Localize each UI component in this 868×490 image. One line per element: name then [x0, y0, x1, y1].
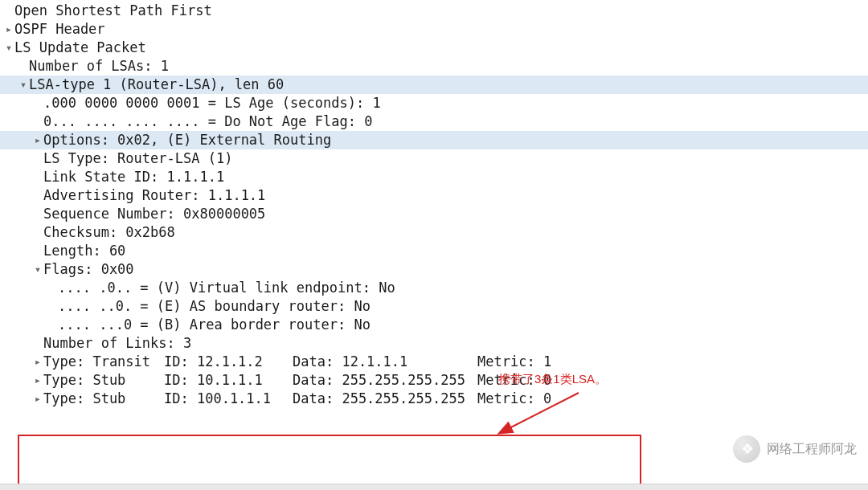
options-row[interactable]: ▸ Options: 0x02, (E) External Routing — [0, 131, 868, 149]
nlinks: Number of Links: 3 — [43, 334, 191, 353]
link-data: Data: 255.255.255.255 — [293, 371, 477, 390]
ospf-header-label: OSPF Header — [14, 20, 105, 39]
dna-row[interactable]: ▸ 0... .... .... .... = Do Not Age Flag:… — [0, 112, 868, 131]
ls-type-row[interactable]: ▸ LS Type: Router-LSA (1) — [0, 149, 868, 168]
advr-row[interactable]: ▸ Advertising Router: 1.1.1.1 — [0, 186, 868, 205]
lsa-type-row[interactable]: ▾ LSA-type 1 (Router-LSA), len 60 — [0, 76, 868, 94]
ls-age-row[interactable]: ▸ .000 0000 0000 0001 = LS Age (seconds)… — [0, 94, 868, 112]
link-data: Data: 12.1.1.1 — [293, 353, 477, 371]
flags-row[interactable]: ▾ Flags: 0x00 — [0, 260, 868, 279]
chevron-right-icon[interactable]: ▸ — [32, 133, 43, 148]
flag-e-row[interactable]: ▸ .... ..0. = (E) AS boundary router: No — [0, 297, 868, 316]
len-row[interactable]: ▸ Length: 60 — [0, 242, 868, 260]
link-type: Type: Stub — [43, 390, 164, 408]
flag-b-row[interactable]: ▸ .... ...0 = (B) Area border router: No — [0, 316, 868, 334]
annotation-box — [18, 435, 641, 490]
flag-v-row[interactable]: ▸ .... .0.. = (V) Virtual link endpoint:… — [0, 279, 868, 297]
wechat-icon: ❖ — [733, 435, 760, 463]
nlinks-row[interactable]: ▸ Number of Links: 3 — [0, 334, 868, 353]
link-data: Data: 255.255.255.255 — [293, 390, 477, 408]
link-row[interactable]: ▸ Type: Stub ID: 10.1.1.1 Data: 255.255.… — [0, 371, 868, 390]
watermark-text: 网络工程师阿龙 — [767, 440, 857, 458]
ls-update-row[interactable]: ▾ LS Update Packet — [0, 39, 868, 57]
ls-age: .000 0000 0000 0001 = LS Age (seconds): … — [43, 94, 381, 112]
lsid-row[interactable]: ▸ Link State ID: 1.1.1.1 — [0, 168, 868, 186]
dna: 0... .... .... .... = Do Not Age Flag: 0 — [43, 112, 372, 131]
chevron-down-icon[interactable]: ▾ — [18, 77, 29, 92]
seq-row[interactable]: ▸ Sequence Number: 0x80000005 — [0, 205, 868, 223]
len: Length: 60 — [43, 242, 125, 260]
link-type: Type: Transit — [43, 353, 164, 371]
flag-v: .... .0.. = (V) Virtual link endpoint: N… — [58, 279, 395, 297]
seq: Sequence Number: 0x80000005 — [43, 205, 265, 223]
cksum-row[interactable]: ▸ Checksum: 0x2b68 — [0, 223, 868, 242]
flag-b: .... ...0 = (B) Area border router: No — [58, 316, 371, 334]
num-lsas-row[interactable]: ▸ Number of LSAs: 1 — [0, 57, 868, 76]
watermark: ❖ 网络工程师阿龙 — [733, 435, 857, 463]
flag-e: .... ..0. = (E) AS boundary router: No — [58, 297, 371, 316]
link-metric: Metric: 0 — [477, 371, 566, 390]
link-metric: Metric: 1 — [477, 353, 566, 371]
link-type: Type: Stub — [43, 371, 164, 390]
link-row[interactable]: ▸ Type: Transit ID: 12.1.1.2 Data: 12.1.… — [0, 353, 868, 371]
ls-update-label: LS Update Packet — [14, 39, 146, 57]
link-id: ID: 10.1.1.1 — [164, 371, 293, 390]
ls-type: LS Type: Router-LSA (1) — [43, 149, 232, 168]
protocol-title-row[interactable]: ▸ Open Shortest Path First — [0, 2, 868, 20]
chevron-down-icon[interactable]: ▾ — [3, 40, 14, 55]
cksum: Checksum: 0x2b68 — [43, 223, 175, 242]
chevron-right-icon[interactable]: ▸ — [32, 354, 43, 370]
chevron-right-icon[interactable]: ▸ — [32, 373, 43, 388]
advr: Advertising Router: 1.1.1.1 — [43, 186, 265, 205]
link-id: ID: 100.1.1.1 — [164, 390, 293, 408]
protocol-title: Open Shortest Path First — [14, 2, 212, 20]
chevron-right-icon[interactable]: ▸ — [3, 22, 14, 37]
link-id: ID: 12.1.1.2 — [164, 353, 293, 371]
link-row[interactable]: ▸ Type: Stub ID: 100.1.1.1 Data: 255.255… — [0, 390, 868, 408]
ospf-header-row[interactable]: ▸ OSPF Header — [0, 20, 868, 39]
options: Options: 0x02, (E) External Routing — [43, 131, 331, 149]
num-lsas: Number of LSAs: 1 — [29, 57, 169, 76]
flags: Flags: 0x00 — [43, 260, 134, 279]
lsid: Link State ID: 1.1.1.1 — [43, 168, 224, 186]
chevron-right-icon[interactable]: ▸ — [32, 391, 43, 406]
chevron-down-icon[interactable]: ▾ — [32, 262, 43, 277]
footer-bar — [0, 484, 868, 490]
lsa-type: LSA-type 1 (Router-LSA), len 60 — [29, 76, 284, 94]
link-metric: Metric: 0 — [477, 390, 566, 408]
packet-details-panel: ▸ Open Shortest Path First ▸ OSPF Header… — [0, 0, 868, 482]
